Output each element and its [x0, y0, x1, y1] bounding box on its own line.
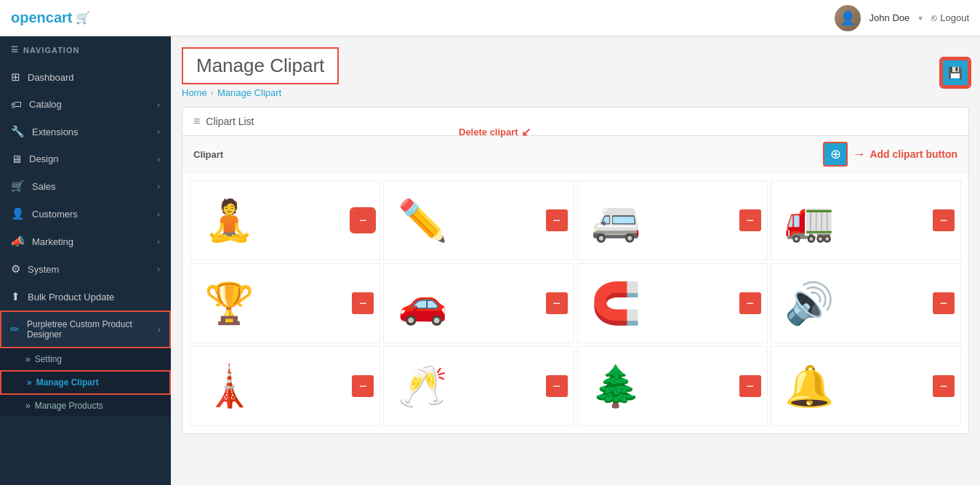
chevron-icon-customers: ›	[157, 209, 160, 218]
clipart-image-7: 🧲	[584, 270, 649, 336]
clipart-image-12: 🔔	[777, 353, 843, 419]
clipart-cell-7: 🧲 −	[577, 263, 768, 343]
clipart-cell-11: 🌲 −	[577, 346, 768, 426]
sidebar-sub-item-manage-clipart[interactable]: » Manage Clipart	[0, 370, 171, 395]
panel-title: Clipart List	[206, 116, 254, 127]
add-clipart-button[interactable]: ⊕	[823, 142, 848, 167]
delete-button-7[interactable]: −	[739, 292, 761, 314]
page-header-left: Manage Clipart Home › Manage Clipart	[182, 47, 339, 98]
sidebar-sub-menu: » Setting » Manage Clipart » Manage Prod…	[0, 348, 171, 417]
sales-icon: 🛒	[11, 180, 25, 193]
clipart-image-11: 🌲	[584, 353, 649, 419]
chevron-icon-design: ›	[157, 155, 160, 164]
delete-button-10[interactable]: −	[546, 375, 568, 397]
sidebar-sub-item-setting[interactable]: » Setting	[0, 348, 171, 370]
sub-prefix-clipart: »	[27, 377, 32, 388]
sidebar-label-system: System	[28, 264, 59, 275]
delete-button-6[interactable]: −	[546, 292, 568, 314]
customers-icon: 👤	[11, 207, 25, 220]
sidebar: NAVIGATION ⊞ Dashboard 🏷 Catalog › 🔧 Ext…	[0, 36, 171, 485]
clipart-image-3: 🚐	[584, 188, 649, 253]
extensions-icon: 🔧	[11, 125, 25, 138]
sidebar-label-extensions: Extensions	[32, 127, 79, 137]
clipart-cell-12: 🔔 −	[771, 346, 961, 426]
delete-button-11[interactable]: −	[739, 375, 761, 397]
sidebar-item-bulk-update[interactable]: ⬆ Bulk Product Update	[0, 283, 171, 310]
delete-button-12[interactable]: −	[933, 375, 955, 397]
sidebar-item-left: ⊞ Dashboard	[11, 71, 74, 84]
delete-button-4[interactable]: −	[933, 209, 955, 231]
sidebar-item-system[interactable]: ⚙ System ›	[0, 255, 171, 283]
logo: opencart 🛒	[11, 9, 90, 26]
clipart-image-2: ✏️	[390, 188, 455, 253]
clipart-cell-3: 🚐 −	[577, 180, 768, 260]
page-title: Manage Clipart	[196, 55, 324, 77]
top-save-button[interactable]: 💾	[941, 59, 969, 87]
sidebar-item-purpletree[interactable]: ✏ Purpletree Custom Product Designer ›	[0, 310, 171, 348]
sidebar-item-marketing[interactable]: 📣 Marketing ›	[0, 228, 171, 255]
delete-button-1[interactable]: −	[352, 209, 374, 231]
delete-button-3[interactable]: −	[739, 209, 761, 231]
chevron-icon-marketing: ›	[157, 237, 160, 246]
clipart-cell-10: 🥂 −	[383, 346, 574, 426]
logo-text: opencart	[11, 9, 72, 26]
nav-header: NAVIGATION	[0, 36, 171, 63]
sub-label-products: Manage Products	[35, 401, 103, 411]
sidebar-item-label: Dashboard	[28, 72, 74, 83]
delete-button-8[interactable]: −	[933, 292, 955, 314]
sidebar-label-bulk: Bulk Product Update	[28, 292, 114, 302]
sub-label-setting: Setting	[35, 354, 62, 364]
sidebar-label-design: Design	[29, 153, 58, 164]
clipart-cell-4: 🚛 −	[771, 180, 961, 260]
logo-cart-icon: 🛒	[76, 11, 90, 25]
chevron-icon-sales: ›	[157, 182, 160, 191]
user-dropdown-icon[interactable]: ▾	[918, 13, 923, 23]
sidebar-item-sales[interactable]: 🛒 Sales ›	[0, 172, 171, 200]
purpletree-icon: ✏	[10, 323, 20, 336]
add-arrow-icon: →	[852, 147, 865, 162]
system-icon: ⚙	[11, 262, 20, 276]
clipart-image-4: 🚛	[777, 188, 843, 253]
clipart-image-10: 🥂	[390, 353, 455, 419]
clipart-cell-5: 🏆 −	[190, 263, 380, 343]
clipart-image-6: 🚗	[390, 270, 455, 336]
logout-button[interactable]: Logout	[931, 12, 969, 23]
clipart-cell-6: 🚗 −	[383, 263, 574, 343]
delete-button-5[interactable]: −	[352, 292, 374, 314]
sidebar-item-design[interactable]: 🖥 Design ›	[0, 145, 171, 172]
table-header-row: Clipart Delete clipart ↙ ⊕ → Add clipart…	[182, 136, 968, 173]
delete-button-2[interactable]: −	[546, 209, 568, 231]
panel-header: Clipart List	[182, 108, 968, 136]
sidebar-sub-item-manage-products[interactable]: » Manage Products	[0, 395, 171, 417]
delete-button-9[interactable]: −	[352, 375, 374, 397]
clipart-cell-9: 🗼 −	[190, 346, 380, 426]
sidebar-label-purpletree: Purpletree Custom Product Designer	[27, 319, 158, 340]
chevron-icon-purpletree: ›	[158, 325, 161, 334]
chevron-icon: ›	[157, 100, 160, 109]
topbar-right: 👤 John Doe ▾ Logout	[835, 5, 969, 31]
chevron-icon-ext: ›	[157, 127, 160, 136]
col-clipart-label: Clipart	[193, 149, 823, 160]
sub-prefix-products: »	[25, 401, 31, 411]
avatar: 👤	[835, 5, 861, 31]
sidebar-label-customers: Customers	[32, 209, 78, 220]
breadcrumb-home[interactable]: Home	[182, 87, 207, 98]
sidebar-item-catalog[interactable]: 🏷 Catalog ›	[0, 91, 171, 118]
clipart-grid: 🧘 − ✏️ − 🚐 − 🚛 − 🏆 −	[182, 173, 968, 433]
sub-label-clipart: Manage Clipart	[36, 377, 99, 388]
clipart-image-5: 🏆	[196, 270, 262, 336]
bulk-icon: ⬆	[11, 290, 20, 303]
sidebar-item-customers[interactable]: 👤 Customers ›	[0, 200, 171, 228]
sidebar-item-dashboard[interactable]: ⊞ Dashboard	[0, 63, 171, 91]
sidebar-item-extensions[interactable]: 🔧 Extensions ›	[0, 118, 171, 145]
sub-prefix-setting: »	[25, 354, 31, 364]
clipart-image-1: 🧘	[196, 188, 262, 253]
page-title-box: Manage Clipart	[182, 47, 339, 84]
breadcrumb-current: Manage Clipart	[217, 87, 281, 98]
clipart-panel: Clipart List Clipart Delete clipart ↙ ⊕ …	[182, 107, 969, 434]
sidebar-label-sales: Sales	[32, 181, 56, 192]
user-name[interactable]: John Doe	[869, 12, 910, 23]
dashboard-icon: ⊞	[11, 71, 20, 84]
clipart-cell-8: 🔊 −	[771, 263, 961, 343]
breadcrumb-separator: ›	[211, 87, 214, 98]
